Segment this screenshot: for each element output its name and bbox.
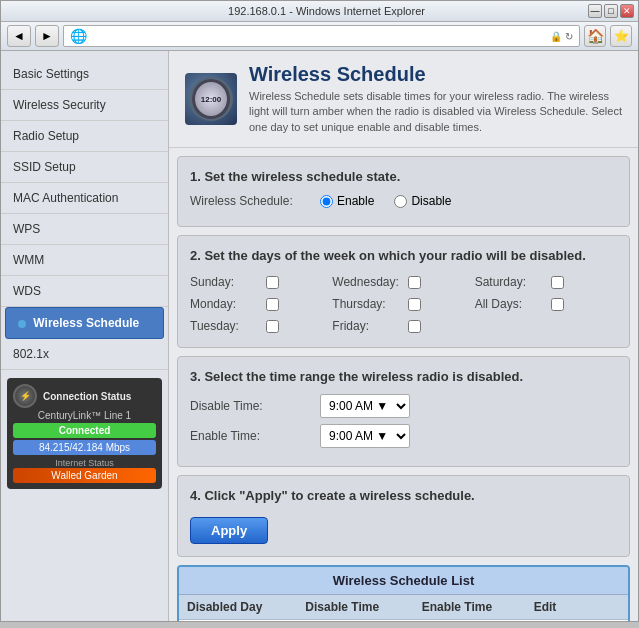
section-2: 2. Set the days of the week on which you… — [177, 235, 630, 348]
internet-status-label: Internet Status — [13, 458, 156, 468]
header-text: Wireless Schedule Wireless Schedule sets… — [249, 63, 622, 135]
empty-row — [475, 317, 617, 335]
wednesday-row: Wednesday: — [332, 273, 474, 291]
disable-radio[interactable] — [394, 195, 407, 208]
thursday-checkbox[interactable] — [408, 298, 421, 311]
tuesday-row: Tuesday: — [190, 317, 332, 335]
col-edit: Edit — [526, 595, 628, 620]
speed-badge: 84.215/42.184 Mbps — [13, 440, 156, 455]
maximize-button[interactable]: □ — [604, 4, 618, 18]
cell-edit-0: Remove — [526, 620, 628, 621]
browser-window: 192.168.0.1 - Windows Internet Explorer … — [0, 0, 639, 622]
friday-row: Friday: — [332, 317, 474, 335]
section-1-title: 1. Set the wireless schedule state. — [190, 169, 617, 184]
days-grid: Sunday: Wednesday: Saturday: Monday: — [190, 273, 617, 335]
home-button[interactable]: 🏠 — [584, 25, 606, 47]
favorites-button[interactable]: ⭐ — [610, 25, 632, 47]
sidebar-item-8021x[interactable]: 802.1x — [1, 339, 168, 370]
disable-label: Disable — [411, 194, 451, 208]
address-bar-icons: 🔒 ↻ — [550, 31, 573, 42]
monday-row: Monday: — [190, 295, 332, 313]
enable-radio-option[interactable]: Enable — [320, 194, 374, 208]
lock-icon: 🔒 — [550, 31, 562, 42]
col-disable-time: Disable Time — [297, 595, 413, 620]
page-title: Wireless Schedule — [249, 63, 622, 86]
forward-button[interactable]: ► — [35, 25, 59, 47]
enable-label: Enable — [337, 194, 374, 208]
enable-time-select[interactable]: 9:00 AM ▼ — [320, 424, 410, 448]
cell-disable-time-0: 9:00AM — [297, 620, 413, 621]
sidebar-item-ssid-setup[interactable]: SSID Setup — [1, 152, 168, 183]
address-input[interactable]: 192.168.0.1 — [91, 29, 550, 43]
connection-status-title: Connection Status — [43, 391, 131, 402]
sidebar-item-radio-setup[interactable]: Radio Setup — [1, 121, 168, 152]
saturday-label: Saturday: — [475, 275, 545, 289]
table-header-row: Disabled Day Disable Time Enable Time Ed… — [179, 595, 628, 620]
sidebar-item-wireless-schedule[interactable]: Wireless Schedule — [5, 307, 164, 339]
page-description: Wireless Schedule sets disable times for… — [249, 89, 622, 135]
cell-enable-time-0: 1:00PM — [414, 620, 526, 621]
alldays-checkbox[interactable] — [551, 298, 564, 311]
section-2-title: 2. Set the days of the week on which you… — [190, 248, 617, 263]
connection-status-widget: ⚡ Connection Status CenturyLink™ Line 1 … — [7, 378, 162, 489]
address-bar: 🌐 192.168.0.1 🔒 ↻ — [63, 25, 580, 47]
nav-bar: ◄ ► 🌐 192.168.0.1 🔒 ↻ 🏠 ⭐ — [1, 22, 638, 51]
content-area: 12:00 Wireless Schedule Wireless Schedul… — [169, 51, 638, 621]
internet-status-value: Walled Garden — [13, 468, 156, 483]
friday-checkbox[interactable] — [408, 320, 421, 333]
section-3: 3. Select the time range the wireless ra… — [177, 356, 630, 467]
tuesday-label: Tuesday: — [190, 319, 260, 333]
page-icon: 🌐 — [70, 28, 87, 44]
disable-radio-option[interactable]: Disable — [394, 194, 451, 208]
saturday-checkbox[interactable] — [551, 276, 564, 289]
sidebar-item-wds[interactable]: WDS — [1, 276, 168, 307]
col-enable-time: Enable Time — [414, 595, 526, 620]
main-container: Basic Settings Wireless Security Radio S… — [1, 51, 638, 621]
title-bar: 192.168.0.1 - Windows Internet Explorer … — [1, 1, 638, 22]
connected-badge: Connected — [13, 423, 156, 438]
section-4: 4. Click "Apply" to create a wireless sc… — [177, 475, 630, 557]
monday-label: Monday: — [190, 297, 260, 311]
schedule-list: Wireless Schedule List Disabled Day Disa… — [177, 565, 630, 621]
alldays-row: All Days: — [475, 295, 617, 313]
sunday-checkbox[interactable] — [266, 276, 279, 289]
sunday-row: Sunday: — [190, 273, 332, 291]
sidebar-item-wireless-security[interactable]: Wireless Security — [1, 90, 168, 121]
monday-checkbox[interactable] — [266, 298, 279, 311]
refresh-icon[interactable]: ↻ — [565, 31, 573, 42]
apply-button[interactable]: Apply — [190, 517, 268, 544]
wireless-schedule-icon: 12:00 — [185, 73, 237, 125]
wednesday-checkbox[interactable] — [408, 276, 421, 289]
col-disabled-day: Disabled Day — [179, 595, 297, 620]
sidebar-item-wps[interactable]: WPS — [1, 214, 168, 245]
thursday-row: Thursday: — [332, 295, 474, 313]
sidebar: Basic Settings Wireless Security Radio S… — [1, 51, 169, 621]
sidebar-item-wmm[interactable]: WMM — [1, 245, 168, 276]
clock-icon: 12:00 — [192, 79, 230, 119]
saturday-row: Saturday: — [475, 273, 617, 291]
sidebar-item-basic-settings[interactable]: Basic Settings — [1, 59, 168, 90]
sidebar-item-mac-authentication[interactable]: MAC Authentication — [1, 183, 168, 214]
speedometer-icon: ⚡ — [13, 384, 37, 408]
schedule-list-title: Wireless Schedule List — [179, 567, 628, 595]
tuesday-checkbox[interactable] — [266, 320, 279, 333]
minimize-button[interactable]: — — [588, 4, 602, 18]
back-button[interactable]: ◄ — [7, 25, 31, 47]
schedule-table: Disabled Day Disable Time Enable Time Ed… — [179, 595, 628, 621]
enable-time-label: Enable Time: — [190, 429, 320, 443]
wednesday-label: Wednesday: — [332, 275, 402, 289]
table-row: Friday 9:00AM 1:00PM Remove — [179, 620, 628, 621]
schedule-state-row: Wireless Schedule: Enable Disable — [190, 194, 617, 208]
close-button[interactable]: ✕ — [620, 4, 634, 18]
enable-radio[interactable] — [320, 195, 333, 208]
section-3-title: 3. Select the time range the wireless ra… — [190, 369, 617, 384]
enable-time-row: Enable Time: 9:00 AM ▼ — [190, 424, 617, 448]
disable-time-row: Disable Time: 9:00 AM ▼ — [190, 394, 617, 418]
thursday-label: Thursday: — [332, 297, 402, 311]
window-controls: — □ ✕ — [588, 4, 634, 18]
disable-time-select[interactable]: 9:00 AM ▼ — [320, 394, 410, 418]
section-1: 1. Set the wireless schedule state. Wire… — [177, 156, 630, 227]
friday-label: Friday: — [332, 319, 402, 333]
cell-day-0: Friday — [179, 620, 297, 621]
wireless-schedule-label: Wireless Schedule: — [190, 194, 320, 208]
